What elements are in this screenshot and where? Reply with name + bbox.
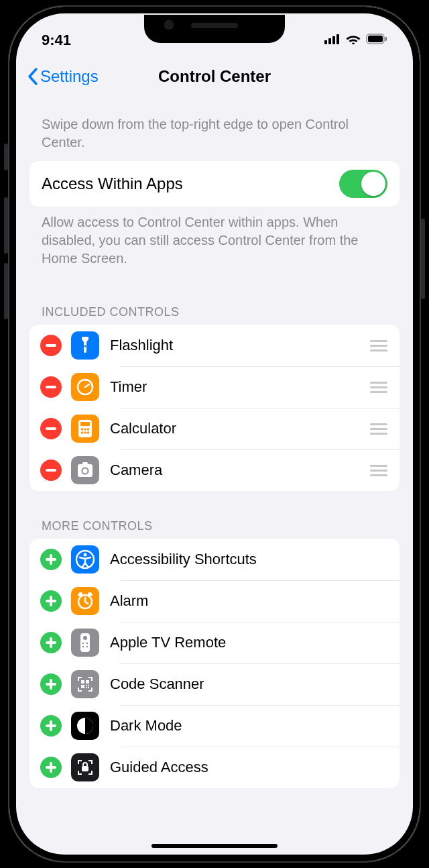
power-button <box>421 219 425 299</box>
control-label: Flashlight <box>110 337 369 354</box>
battery-icon <box>366 34 387 47</box>
svg-rect-5 <box>368 36 383 42</box>
access-within-apps-row: Access Within Apps <box>29 161 400 207</box>
remove-button[interactable] <box>40 376 62 398</box>
add-button[interactable] <box>40 590 62 612</box>
svg-point-26 <box>84 553 87 557</box>
timer-icon <box>71 373 99 401</box>
svg-point-37 <box>86 643 88 645</box>
access-footer: Allow access to Control Center within ap… <box>29 207 400 277</box>
remove-button[interactable] <box>40 459 62 481</box>
nav-bar: Settings Control Center <box>17 58 412 95</box>
control-label: Code Scanner <box>110 675 389 693</box>
svg-point-19 <box>87 431 90 434</box>
svg-point-31 <box>88 592 92 596</box>
more-row-qr: Code Scanner <box>29 663 400 705</box>
more-row-alarm: Alarm <box>29 580 400 622</box>
flashlight-icon <box>71 331 99 360</box>
remove-button[interactable] <box>40 418 62 439</box>
more-row-darkmode: Dark Mode <box>29 705 400 747</box>
svg-point-30 <box>78 592 82 596</box>
svg-rect-42 <box>81 680 84 684</box>
svg-rect-44 <box>81 685 84 688</box>
svg-rect-47 <box>86 687 87 688</box>
alarm-icon <box>71 587 99 615</box>
svg-rect-53 <box>46 766 56 769</box>
svg-rect-11 <box>46 427 56 430</box>
back-label: Settings <box>40 67 99 86</box>
svg-rect-20 <box>46 469 56 472</box>
more-row-guided: Guided Access <box>29 747 400 788</box>
control-label: Apple TV Remote <box>110 634 389 651</box>
svg-point-8 <box>84 345 86 347</box>
reorder-handle[interactable] <box>369 382 389 393</box>
included-controls-header: Included Controls <box>29 277 400 325</box>
phone-frame: 9:41 Settings Control Center Swip <box>8 5 421 863</box>
svg-rect-46 <box>88 687 89 688</box>
reorder-handle[interactable] <box>369 340 389 351</box>
accessibility-icon <box>71 545 99 574</box>
remove-button[interactable] <box>40 335 62 356</box>
included-row-timer: Timer <box>29 366 400 408</box>
control-label: Camera <box>110 462 369 479</box>
svg-rect-24 <box>46 558 56 561</box>
more-row-accessibility: Accessibility Shortcuts <box>29 539 400 580</box>
control-label: Accessibility Shortcuts <box>110 551 389 568</box>
more-row-tvremote: Apple TV Remote <box>29 622 400 663</box>
svg-point-39 <box>86 646 88 648</box>
svg-point-22 <box>83 469 88 474</box>
svg-point-36 <box>82 643 84 645</box>
back-button[interactable]: Settings <box>27 67 99 86</box>
more-controls-list: Accessibility ShortcutsAlarmApple TV Rem… <box>29 539 400 788</box>
svg-rect-7 <box>46 344 56 347</box>
camera-icon <box>71 456 99 484</box>
control-label: Guided Access <box>110 759 389 776</box>
top-hint: Swipe down from the top-right edge to op… <box>29 95 400 161</box>
included-row-camera: Camera <box>29 449 400 491</box>
add-button[interactable] <box>40 757 62 778</box>
home-indicator[interactable] <box>151 844 278 848</box>
svg-rect-54 <box>82 766 88 771</box>
cellular-icon <box>324 34 341 47</box>
add-button[interactable] <box>40 715 62 737</box>
svg-point-18 <box>84 431 86 434</box>
svg-point-16 <box>87 428 90 431</box>
content-scroll[interactable]: Swipe down from the top-right edge to op… <box>17 95 412 853</box>
svg-rect-33 <box>46 641 56 644</box>
svg-rect-2 <box>332 36 335 44</box>
tvremote-icon <box>71 629 99 657</box>
svg-point-15 <box>84 428 86 431</box>
svg-point-17 <box>81 431 84 434</box>
reorder-handle[interactable] <box>369 423 389 435</box>
access-card: Access Within Apps <box>29 161 400 207</box>
svg-rect-1 <box>328 38 331 44</box>
svg-rect-9 <box>46 386 56 388</box>
control-label: Alarm <box>110 592 389 610</box>
access-within-apps-label: Access Within Apps <box>42 174 339 193</box>
svg-rect-48 <box>88 685 89 686</box>
svg-point-35 <box>83 636 87 640</box>
svg-rect-28 <box>46 600 56 602</box>
control-label: Dark Mode <box>110 717 389 735</box>
included-row-calculator: Calculator <box>29 408 400 449</box>
svg-rect-3 <box>336 34 339 44</box>
control-label: Calculator <box>110 420 369 437</box>
qr-icon <box>71 670 99 698</box>
add-button[interactable] <box>40 673 62 695</box>
reorder-handle[interactable] <box>369 465 389 476</box>
access-within-apps-toggle[interactable] <box>339 170 387 198</box>
add-button[interactable] <box>40 549 62 570</box>
svg-rect-50 <box>46 724 56 727</box>
included-controls-list: FlashlightTimerCalculatorCamera <box>29 325 400 491</box>
svg-rect-13 <box>80 422 90 426</box>
svg-rect-6 <box>385 37 387 41</box>
calculator-icon <box>71 415 99 443</box>
svg-point-14 <box>81 428 84 431</box>
chevron-left-icon <box>27 67 39 86</box>
add-button[interactable] <box>40 632 62 653</box>
control-label: Timer <box>110 378 369 396</box>
guided-icon <box>71 753 99 781</box>
svg-rect-0 <box>324 40 327 44</box>
status-time: 9:41 <box>42 23 71 49</box>
svg-rect-43 <box>86 680 89 684</box>
